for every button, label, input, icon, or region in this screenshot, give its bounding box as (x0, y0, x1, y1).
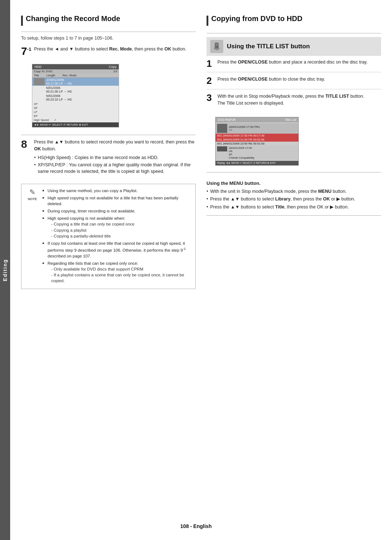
row-1-info: JAN/01/2006 00:17:30 LP → HS (46, 78, 72, 85)
col-rec: Rec. Mode (62, 74, 77, 77)
row-1-date: JAN/01/2006 (46, 78, 72, 82)
copying-section-header: Copying from DVD to HDD (207, 15, 381, 26)
divider-top-right (207, 33, 381, 33)
remote-hand-icon (212, 41, 222, 52)
step-7-text3: button. (171, 46, 187, 52)
left-section-header: Changing the Record Mode (21, 15, 196, 26)
step-7-sup: -1 (27, 46, 32, 52)
screen-page: 1/3 (113, 70, 117, 73)
menu-button-section: Using the MENU button. With the unit in … (207, 180, 381, 212)
row-3-info: N/01/2006 00:23:10 LP → HS (46, 94, 72, 101)
screen-row-2: N/01/2006 00:21:00 LP → HS (32, 86, 119, 94)
screen-footer-text: ◄► MOVE ↵ SELECT ↺ RETURN ⊕ EXIT (34, 123, 88, 126)
screen-row-3: N/01/2006 00:23:10 LP → HS (32, 94, 119, 102)
step-7-text2: , then press the (132, 46, 164, 52)
preview-text: JAN/01/2006 17:30 PR1 1/3 (229, 125, 260, 131)
right-row-1: 001 JAN/01/2005 17:30 FR 00:17:30 (216, 134, 298, 138)
note-item-6: Regarding title lists that can be copied… (42, 260, 191, 284)
row-2-info: N/01/2006 00:21:00 LP → HS (46, 86, 72, 93)
sub-info-text: JAN/01/2006 17:00 VR SP V-Mode Compatibi… (229, 146, 254, 159)
step-7-bold1: Rec. Mode (109, 46, 132, 52)
step-7-block: 7-1 Press the ◄ and ▼ buttons to select … (21, 46, 196, 57)
divider-top-left (21, 32, 196, 32)
right-step-2: 2 Press the OPEN/CLOSE button to close t… (207, 76, 381, 89)
col-length: Length (46, 74, 55, 77)
right-sub-info: JAN/01/2006 17:00 VR SP V-Mode Compatibi… (216, 146, 298, 160)
step-7-content: Press the ◄ and ▼ buttons to select Rec.… (34, 46, 196, 53)
mode-xp: XP (34, 102, 117, 106)
side-tab: Editing (0, 0, 10, 540)
title-list-header: Using the TITLE LIST button (207, 37, 381, 56)
divider-mid-left (21, 135, 196, 135)
step-8-text2: button. (41, 146, 56, 151)
right-row-3: 001 JAN/01/2006 23:50 RE 00:51:00 (216, 142, 298, 146)
step-8-number: 8 (21, 139, 32, 150)
screen-footer: ◄► MOVE ↵ SELECT ↺ RETURN ⊕ EXIT (32, 122, 119, 127)
title-list-icon (210, 40, 223, 53)
step-7-number: 7-1 (21, 46, 32, 57)
right-row-2-text: 001 JAN/01/2005 21:00 FR 00:52:06 (217, 138, 264, 141)
thumb-3-empty (34, 94, 45, 101)
right-step-3-num: 3 (207, 93, 215, 102)
page-container: Editing Changing the Record Mode To setu… (0, 0, 392, 540)
menu-item-1: With the unit in Stop mode/Playback mode… (207, 188, 381, 195)
right-screen-right: Title List (285, 118, 296, 122)
note-sub-1: - Copying a title that can only be copie… (48, 221, 191, 227)
mode-ep: EP (34, 114, 117, 118)
svg-rect-3 (216, 45, 216, 46)
right-section-title: Copying from DVD to HDD (211, 15, 302, 23)
right-thumb-preview (217, 124, 227, 133)
step3-text3: The Title List screen is displayed. (217, 101, 284, 106)
screen-header-right: Copy (109, 65, 117, 69)
mode-sp: SP (34, 106, 117, 110)
section-bar (21, 16, 23, 26)
screen-col-headers: Title Length Rec. Mode (32, 73, 119, 78)
note-sub-2: - Copying a playlist (48, 227, 191, 233)
screen-row-1: JAN/01/2006 00:17:30 LP → HS (32, 78, 119, 86)
step-8-bullets: HS(High Speed) : Copies in the same reco… (34, 155, 196, 175)
svg-rect-0 (215, 43, 219, 49)
row-3-date: N/01/2006 (46, 94, 72, 98)
menu-button-title: Using the MENU button. (207, 180, 381, 186)
note-pencil-icon: ✎ (29, 188, 36, 196)
mode-hs: High Speed✓ (34, 118, 117, 122)
row-1-time: 00:17:30 LP → HS (46, 82, 72, 85)
right-row-1-text: 001 JAN/01/2005 17:30 FR 00:17:30 (217, 134, 264, 137)
screen-header-left: HDD (34, 65, 42, 69)
right-section-bar (207, 16, 208, 26)
note-sub-5: - If a playlist contains a scene that ca… (48, 272, 191, 284)
note-content: Using the same method, you can copy a Pl… (42, 188, 191, 285)
note-label: NOTE (28, 197, 37, 201)
right-column: Copying from DVD to HDD Using the (207, 15, 381, 525)
step3-text1: With the unit in Stop mode/Playback mode… (217, 94, 325, 99)
screen-modes: XP SP LP EP High Speed✓ (32, 102, 119, 122)
step3-bold1: TITLE LIST (325, 94, 349, 99)
col-title: Title (34, 74, 39, 77)
row-3-time: 00:23:10 LP → HS (46, 98, 72, 101)
row-2-date: N/01/2006 (46, 86, 72, 90)
right-row-2: 001 JAN/01/2005 21:00 FR 00:52:06 (216, 138, 298, 142)
step-8-block: 8 Press the ▲▼ buttons to select record … (21, 139, 196, 176)
bullet-xp: XP/SP/LP/EP : You cannot copy at a highe… (34, 162, 196, 175)
screen-header: HDD Copy (32, 64, 119, 69)
left-section-title: Changing the Record Mode (26, 15, 120, 23)
svg-rect-4 (217, 45, 218, 46)
title-list-screen: DVD-RW/VR Title List JAN/01/2006 17:30 P… (215, 117, 299, 166)
note-item-3: During copying, timer recording is not a… (42, 208, 191, 214)
right-step-1-content: Press the OPEN/CLOSE button and place a … (217, 59, 381, 66)
step2-text2: button to close the disc tray. (268, 77, 325, 82)
svg-rect-2 (217, 44, 218, 44)
menu-item-3: Press the ▲▼ buttons to select Title, th… (207, 204, 381, 211)
divider-menu (207, 172, 381, 172)
page-footer: 108 - English (180, 523, 212, 529)
step1-text2: button and place a recorded disc on the … (268, 60, 368, 65)
note-icon-col: ✎ NOTE (26, 188, 39, 285)
note-item-4: High speed copying is not available when… (42, 215, 191, 239)
step-8-text1: Press the ▲▼ buttons to select record mo… (34, 139, 195, 145)
step1-text1: Press the (217, 60, 238, 65)
thumb-1 (34, 78, 45, 85)
screen-subheader: Copy To: DVD: 1/3 (32, 69, 119, 73)
right-row-3-text: 001 JAN/01/2006 23:50 RE 00:51:00 (217, 142, 265, 145)
svg-rect-1 (216, 44, 216, 44)
page-number: 108 - English (180, 523, 212, 529)
